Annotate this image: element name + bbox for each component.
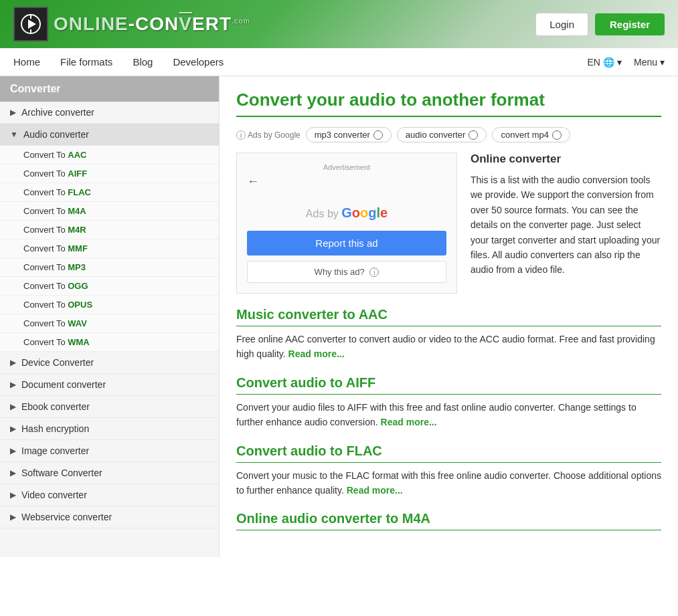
- section-aiff-text: Convert your audio files to AIFF with th…: [236, 400, 661, 430]
- sidebar-item-device-label: Device Converter: [21, 357, 94, 368]
- header: ONLINE-CONVERT.com Login Register: [0, 0, 678, 48]
- main-layout: Converter ▶ Archive converter ▼ Audio co…: [0, 76, 678, 557]
- sidebar-sub-wma[interactable]: Convert To WMA: [0, 333, 219, 352]
- menu-button[interactable]: Menu ▾: [634, 57, 665, 68]
- sidebar-sub-opus[interactable]: Convert To OPUS: [0, 296, 219, 314]
- section-aac-read-more[interactable]: Read more...: [288, 348, 345, 359]
- format-label-aiff: AIFF: [68, 169, 87, 179]
- software-arrow-icon: ▶: [10, 468, 16, 478]
- section-aac-title: Music converter to AAC: [236, 307, 661, 326]
- google-text: G: [341, 205, 352, 220]
- sidebar-item-device[interactable]: ▶ Device Converter: [0, 352, 219, 374]
- sidebar-item-webservice[interactable]: ▶ Webservice converter: [0, 506, 219, 528]
- why-ad-button[interactable]: Why this ad? i: [247, 261, 446, 283]
- section-aiff: Convert audio to AIFF Convert your audio…: [236, 375, 661, 430]
- globe-icon: 🌐: [603, 57, 614, 68]
- sidebar-item-webservice-label: Webservice converter: [21, 512, 112, 522]
- format-label-mmf: MMF: [68, 243, 88, 253]
- sidebar-sub-wav[interactable]: Convert To WAV: [0, 314, 219, 333]
- video-arrow-icon: ▶: [10, 490, 16, 500]
- convert-to-label: Convert To: [23, 281, 68, 291]
- sidebar-sub-mmf[interactable]: Convert To MMF: [0, 239, 219, 258]
- sidebar-item-ebook[interactable]: ▶ Ebook converter: [0, 396, 219, 418]
- audio-arrow-icon: ▼: [10, 130, 18, 139]
- sidebar-sub-flac[interactable]: Convert To FLAC: [0, 183, 219, 202]
- advertisement-label: Advertisement: [247, 163, 446, 171]
- ads-by-google-text: Ads by Google: [247, 192, 446, 231]
- format-label-m4r: M4R: [68, 225, 86, 235]
- sidebar-item-archive[interactable]: ▶ Archive converter: [0, 102, 219, 124]
- sidebar-item-ebook-label: Ebook converter: [21, 401, 90, 412]
- info-circle-icon: i: [236, 130, 246, 140]
- lang-label: EN: [588, 57, 600, 68]
- sidebar-item-audio-label: Audio converter: [23, 129, 89, 140]
- sidebar-item-document-label: Document converter: [21, 379, 106, 390]
- ad-chip-audio[interactable]: audio converter: [397, 127, 487, 142]
- back-arrow-icon[interactable]: ←: [247, 175, 446, 189]
- content: Convert your audio to another format i A…: [220, 76, 678, 557]
- logo-area: ONLINE-CONVERT.com: [13, 7, 250, 41]
- section-flac-title: Convert audio to FLAC: [236, 443, 661, 463]
- section-flac-read-more[interactable]: Read more...: [347, 485, 403, 496]
- section-m4a-title: Online audio converter to M4A: [236, 511, 661, 530]
- logo-icon: [13, 7, 48, 41]
- lang-chevron-icon: ▾: [617, 57, 622, 68]
- sidebar-item-software[interactable]: ▶ Software Converter: [0, 462, 219, 484]
- ad-chips-row: i Ads by Google mp3 converter audio conv…: [236, 127, 661, 142]
- sidebar-sub-ogg[interactable]: Convert To OGG: [0, 277, 219, 296]
- nav-blog[interactable]: Blog: [133, 49, 153, 74]
- image-arrow-icon: ▶: [10, 446, 16, 455]
- section-flac: Convert audio to FLAC Convert your music…: [236, 443, 661, 498]
- nav-right: EN 🌐 ▾ Menu ▾: [588, 57, 665, 68]
- convert-to-label: Convert To: [23, 300, 68, 310]
- section-m4a: Online audio converter to M4A: [236, 511, 661, 530]
- page-title: Convert your audio to another format: [236, 90, 661, 117]
- menu-label: Menu: [634, 57, 657, 68]
- sidebar-item-hash[interactable]: ▶ Hash encryption: [0, 418, 219, 440]
- nav-developers[interactable]: Developers: [173, 49, 224, 74]
- sidebar-item-audio[interactable]: ▼ Audio converter: [0, 124, 219, 146]
- nav-file-formats[interactable]: File formats: [60, 49, 112, 74]
- report-ad-button[interactable]: Report this ad: [247, 231, 446, 255]
- language-selector[interactable]: EN 🌐 ▾: [588, 57, 622, 68]
- login-button[interactable]: Login: [535, 13, 588, 36]
- format-label-wav: WAV: [68, 318, 87, 328]
- sidebar-item-image[interactable]: ▶ Image converter: [0, 440, 219, 462]
- convert-to-label: Convert To: [23, 318, 68, 328]
- archive-arrow-icon: ▶: [10, 108, 16, 117]
- content-row: Advertisement ← Ads by Google Report thi…: [236, 152, 661, 294]
- nav-left: Home File formats Blog Developers: [13, 49, 588, 74]
- convert-to-label: Convert To: [23, 187, 68, 197]
- sidebar-item-archive-label: Archive converter: [21, 107, 94, 118]
- nav-home[interactable]: Home: [13, 49, 40, 74]
- sidebar-sub-m4r[interactable]: Convert To M4R: [0, 221, 219, 239]
- format-label-m4a: M4A: [68, 206, 86, 216]
- sidebar-sub-m4a[interactable]: Convert To M4A: [0, 202, 219, 221]
- sidebar-sub-mp3[interactable]: Convert To MP3: [0, 258, 219, 277]
- sidebar-item-video-label: Video converter: [21, 490, 87, 500]
- sidebar-item-hash-label: Hash encryption: [21, 423, 89, 434]
- format-label-ogg: OGG: [68, 281, 88, 291]
- chip-label-mp3: mp3 converter: [315, 130, 370, 140]
- sidebar-item-document[interactable]: ▶ Document converter: [0, 374, 219, 396]
- register-button[interactable]: Register: [595, 13, 665, 35]
- convert-to-label: Convert To: [23, 225, 68, 235]
- section-aiff-read-more[interactable]: Read more...: [381, 417, 437, 427]
- sidebar-item-video[interactable]: ▶ Video converter: [0, 484, 219, 506]
- ad-chip-mp4[interactable]: convert mp4: [492, 127, 570, 142]
- header-buttons: Login Register: [535, 13, 665, 36]
- sidebar-item-image-label: Image converter: [21, 445, 89, 456]
- online-converter-title: Online converter: [471, 152, 661, 166]
- format-label-wma: WMA: [68, 337, 90, 347]
- convert-to-label: Convert To: [23, 150, 68, 160]
- convert-to-label: Convert To: [23, 169, 68, 179]
- convert-to-label: Convert To: [23, 337, 68, 347]
- webservice-arrow-icon: ▶: [10, 512, 16, 522]
- ad-chip-mp3[interactable]: mp3 converter: [306, 127, 392, 142]
- section-aiff-title: Convert audio to AIFF: [236, 375, 661, 395]
- sidebar-sub-aiff[interactable]: Convert To AIFF: [0, 165, 219, 183]
- sidebar-sub-aac[interactable]: Convert To AAC: [0, 146, 219, 165]
- section-aac-text: Free online AAC converter to convert aud…: [236, 332, 661, 362]
- sidebar-item-software-label: Software Converter: [21, 468, 102, 478]
- ebook-arrow-icon: ▶: [10, 402, 16, 411]
